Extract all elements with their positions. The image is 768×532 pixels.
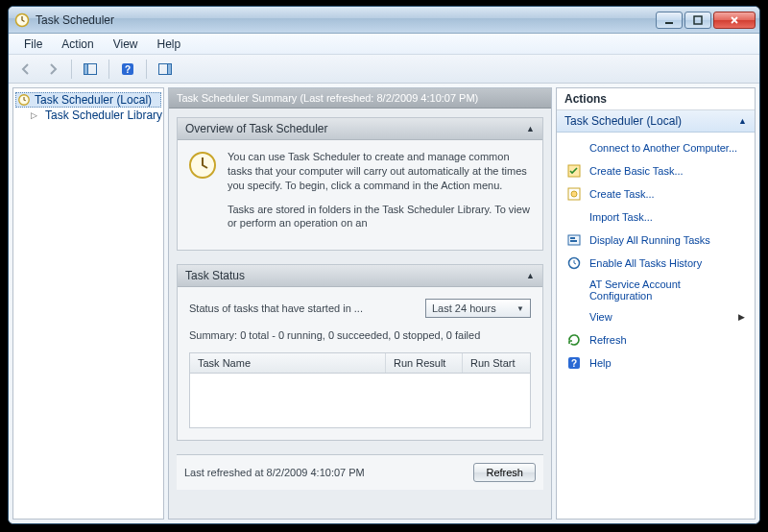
status-period-dropdown[interactable]: Last 24 hours ▼: [425, 299, 531, 318]
overview-section: Overview of Task Scheduler ▲ You can use…: [177, 117, 543, 251]
action-connect-computer[interactable]: Connect to Another Computer...: [557, 136, 755, 159]
running-tasks-icon: [566, 232, 582, 248]
svg-point-14: [571, 191, 577, 197]
menu-file[interactable]: File: [16, 36, 50, 53]
menu-view[interactable]: View: [106, 36, 146, 53]
menubar: File Action View Help: [9, 34, 759, 55]
col-run-result[interactable]: Run Result: [386, 353, 463, 373]
table-header-row: Task Name Run Result Run Start: [190, 353, 530, 374]
action-at-service-config[interactable]: AT Service Account Configuration: [557, 275, 755, 305]
refresh-button[interactable]: Refresh: [473, 463, 536, 482]
col-task-name[interactable]: Task Name: [190, 353, 386, 373]
chevron-down-icon: ▼: [516, 304, 524, 313]
help-icon: ?: [566, 355, 582, 371]
window-title: Task Scheduler: [36, 13, 656, 27]
help-button[interactable]: ?: [116, 59, 139, 80]
status-table: Task Name Run Result Run Start: [189, 352, 531, 428]
overview-p2: Tasks are stored in folders in the Task …: [228, 203, 533, 231]
show-hide-tree-button[interactable]: [79, 59, 102, 80]
action-create-task[interactable]: Create Task...: [557, 182, 755, 206]
tree-root-node[interactable]: Task Scheduler (Local): [15, 92, 161, 108]
menu-help[interactable]: Help: [150, 36, 189, 53]
toolbar-separator: [108, 60, 109, 79]
nav-back-button[interactable]: [14, 59, 37, 80]
collapse-icon[interactable]: ▲: [526, 271, 535, 280]
maximize-button[interactable]: [684, 12, 711, 29]
table-body-empty: [190, 374, 530, 427]
tree-library-node[interactable]: ▷ Task Scheduler Library: [29, 108, 161, 123]
tree-library-label: Task Scheduler Library: [45, 109, 162, 122]
task-status-header[interactable]: Task Status ▲: [178, 265, 542, 287]
minimize-button[interactable]: [656, 12, 683, 29]
blank-icon: [566, 209, 582, 225]
actions-title: Actions: [557, 88, 755, 110]
svg-rect-8: [168, 63, 172, 74]
summary-header: Task Scheduler Summary (Last refreshed: …: [169, 88, 551, 109]
submenu-arrow-icon: ▶: [738, 312, 745, 322]
svg-text:?: ?: [571, 358, 577, 369]
status-summary-text: Summary: 0 total - 0 running, 0 succeede…: [189, 329, 531, 341]
task-status-title: Task Status: [185, 269, 245, 282]
summary-footer: Last refreshed at 8/2/2009 4:10:07 PM Re…: [177, 454, 543, 490]
col-run-start[interactable]: Run Start: [463, 353, 530, 373]
titlebar[interactable]: Task Scheduler: [9, 7, 759, 34]
svg-rect-2: [694, 16, 702, 24]
main-scroll[interactable]: Overview of Task Scheduler ▲ You can use…: [169, 109, 551, 519]
overview-header[interactable]: Overview of Task Scheduler ▲: [178, 118, 542, 140]
action-enable-history[interactable]: Enable All Tasks History: [557, 252, 755, 275]
blank-icon: [566, 282, 582, 298]
history-icon: [566, 255, 582, 271]
task-status-body: Status of tasks that have started in ...…: [178, 287, 542, 440]
svg-rect-4: [84, 63, 88, 74]
svg-rect-17: [570, 240, 577, 242]
toolbar-separator: [146, 60, 147, 79]
overview-title: Overview of Task Scheduler: [185, 122, 328, 135]
menu-action[interactable]: Action: [54, 36, 101, 53]
app-icon: [14, 12, 30, 28]
task-status-section: Task Status ▲ Status of tasks that have …: [177, 264, 543, 441]
svg-text:?: ?: [125, 64, 131, 75]
svg-rect-16: [570, 237, 575, 239]
action-help[interactable]: ?Help: [557, 351, 755, 375]
action-import-task[interactable]: Import Task...: [557, 206, 755, 229]
tree-root-label: Task Scheduler (Local): [35, 93, 152, 107]
show-hide-action-button[interactable]: [154, 59, 177, 80]
toolbar: ?: [9, 55, 759, 84]
basic-task-icon: [566, 163, 582, 179]
task-icon: [566, 186, 582, 202]
overview-body: You can use Task Scheduler to create and…: [178, 140, 542, 250]
last-refreshed-text: Last refreshed at 8/2/2009 4:10:07 PM: [184, 467, 365, 478]
actions-scope-label: Task Scheduler (Local): [564, 114, 682, 128]
main-panel: Task Scheduler Summary (Last refreshed: …: [168, 87, 552, 520]
collapse-icon[interactable]: ▲: [526, 124, 535, 133]
app-window: Task Scheduler File Action View Help ? T…: [8, 6, 760, 524]
clock-large-icon: [187, 150, 218, 240]
actions-list: Connect to Another Computer... Create Ba…: [557, 133, 755, 378]
refresh-icon: [566, 332, 582, 348]
close-button[interactable]: [713, 12, 756, 29]
collapse-icon: ▲: [738, 116, 747, 126]
action-create-basic-task[interactable]: Create Basic Task...: [557, 159, 755, 182]
clock-icon: [17, 93, 31, 107]
body: Task Scheduler (Local) ▷ Task Scheduler …: [9, 84, 759, 523]
svg-rect-1: [665, 22, 673, 24]
actions-panel: Actions Task Scheduler (Local) ▲ Connect…: [556, 87, 756, 520]
toolbar-separator: [71, 60, 72, 79]
console-tree[interactable]: Task Scheduler (Local) ▷ Task Scheduler …: [12, 87, 164, 520]
blank-icon: [566, 309, 582, 325]
expand-icon[interactable]: ▷: [31, 110, 37, 120]
status-filter-label: Status of tasks that have started in ...: [189, 302, 363, 314]
action-view-submenu[interactable]: View▶: [557, 305, 755, 328]
actions-scope[interactable]: Task Scheduler (Local) ▲: [557, 110, 755, 133]
action-refresh[interactable]: Refresh: [557, 328, 755, 351]
blank-icon: [566, 140, 582, 156]
window-buttons: [656, 12, 756, 29]
overview-p1: You can use Task Scheduler to create and…: [228, 150, 533, 193]
nav-forward-button[interactable]: [41, 59, 64, 80]
status-period-value: Last 24 hours: [432, 302, 496, 314]
action-display-running[interactable]: Display All Running Tasks: [557, 229, 755, 252]
